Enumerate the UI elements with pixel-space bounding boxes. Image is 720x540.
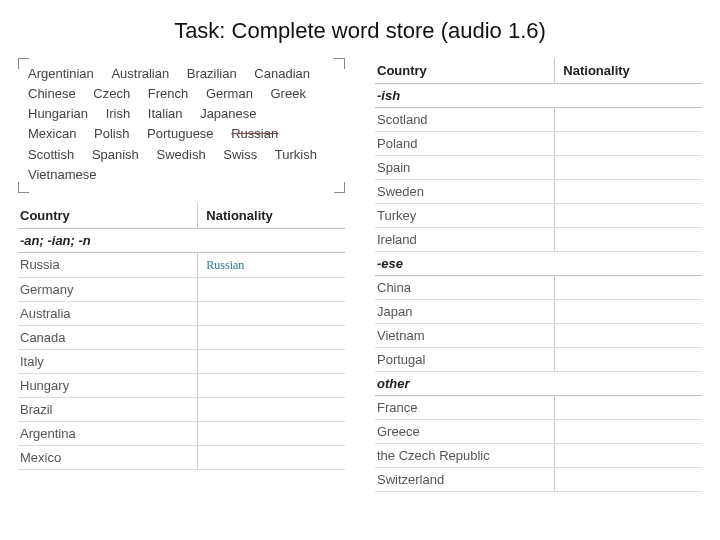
corner-decoration: [18, 58, 29, 69]
corner-decoration: [334, 182, 345, 193]
answer-text: Russian: [206, 258, 244, 272]
nationality-cell[interactable]: [555, 468, 702, 492]
country-cell: Russia: [18, 252, 198, 277]
wordbank-word: Irish: [106, 104, 131, 124]
wordbank-word: Polish: [94, 124, 129, 144]
country-cell: Portugal: [375, 348, 555, 372]
table-row: Scotland: [375, 108, 702, 132]
wordbank-word: Canadian: [254, 64, 310, 84]
table-row: Hungary: [18, 373, 345, 397]
country-cell: Italy: [18, 349, 198, 373]
country-cell: Scotland: [375, 108, 555, 132]
table-row: Canada: [18, 325, 345, 349]
nationality-cell[interactable]: [198, 397, 345, 421]
wordbank-word: Russian: [231, 124, 278, 144]
nationality-cell[interactable]: [198, 325, 345, 349]
columns: Argentinian Australian Brazilian Canadia…: [18, 58, 702, 492]
right-column: Country Nationality -ishScotlandPolandSp…: [375, 58, 702, 492]
group-label: -ese: [375, 252, 702, 276]
country-cell: Germany: [18, 277, 198, 301]
wordbank-word: Australian: [111, 64, 169, 84]
nationality-cell[interactable]: [555, 228, 702, 252]
nationality-cell[interactable]: [555, 132, 702, 156]
nationality-cell[interactable]: [555, 156, 702, 180]
wordbank-word: Argentinian: [28, 64, 94, 84]
nationality-cell[interactable]: Russian: [198, 252, 345, 277]
country-cell: the Czech Republic: [375, 444, 555, 468]
left-column: Argentinian Australian Brazilian Canadia…: [18, 58, 345, 470]
country-cell: Canada: [18, 325, 198, 349]
country-cell: Poland: [375, 132, 555, 156]
group-row: -ish: [375, 84, 702, 108]
table-row: Mexico: [18, 445, 345, 469]
nationality-cell[interactable]: [198, 301, 345, 325]
wordbank-word: Brazilian: [187, 64, 237, 84]
wordbank-word: Vietnamese: [28, 165, 96, 185]
worksheet-page: Task: Complete word store (audio 1.6) Ar…: [0, 0, 720, 540]
group-label: -an; -ian; -n: [18, 228, 345, 252]
nationality-cell[interactable]: [555, 204, 702, 228]
wordbank-word: Greek: [271, 84, 306, 104]
nationality-cell[interactable]: [555, 108, 702, 132]
table-row: France: [375, 396, 702, 420]
wordbank-word: Portuguese: [147, 124, 214, 144]
table-row: Germany: [18, 277, 345, 301]
group-row: -ese: [375, 252, 702, 276]
table-row: Portugal: [375, 348, 702, 372]
table-row: RussiaRussian: [18, 252, 345, 277]
table-row: Poland: [375, 132, 702, 156]
wordbank-word: Italian: [148, 104, 183, 124]
table-row: Spain: [375, 156, 702, 180]
nationality-cell[interactable]: [198, 445, 345, 469]
country-cell: Argentina: [18, 421, 198, 445]
nationality-cell[interactable]: [198, 373, 345, 397]
wordbank-word: German: [206, 84, 253, 104]
wordbank-word: Hungarian: [28, 104, 88, 124]
word-bank: Argentinian Australian Brazilian Canadia…: [18, 58, 345, 193]
wordbank-word: Chinese: [28, 84, 76, 104]
wordbank-word: Turkish: [275, 145, 317, 165]
table-row: Switzerland: [375, 468, 702, 492]
country-cell: Switzerland: [375, 468, 555, 492]
nationality-cell[interactable]: [555, 444, 702, 468]
nationality-cell[interactable]: [555, 396, 702, 420]
wordbank-word: Swedish: [156, 145, 205, 165]
group-row: other: [375, 372, 702, 396]
nationality-cell[interactable]: [198, 349, 345, 373]
nationality-cell[interactable]: [198, 421, 345, 445]
wordbank-word: Spanish: [92, 145, 139, 165]
table-row: Argentina: [18, 421, 345, 445]
nationality-cell[interactable]: [555, 348, 702, 372]
corner-decoration: [334, 58, 345, 69]
country-cell: Brazil: [18, 397, 198, 421]
table-row: Brazil: [18, 397, 345, 421]
group-row: -an; -ian; -n: [18, 228, 345, 252]
country-cell: Vietnam: [375, 324, 555, 348]
country-cell: Turkey: [375, 204, 555, 228]
nationality-cell[interactable]: [555, 276, 702, 300]
table-right: Country Nationality -ishScotlandPolandSp…: [375, 58, 702, 492]
wordbank-word: Scottish: [28, 145, 74, 165]
nationality-cell[interactable]: [555, 324, 702, 348]
header-country: Country: [18, 203, 198, 229]
nationality-cell[interactable]: [555, 180, 702, 204]
nationality-cell[interactable]: [555, 420, 702, 444]
nationality-cell[interactable]: [198, 277, 345, 301]
wordbank-word: Swiss: [223, 145, 257, 165]
country-cell: Australia: [18, 301, 198, 325]
table-row: Australia: [18, 301, 345, 325]
header-nationality: Nationality: [198, 203, 345, 229]
country-cell: Japan: [375, 300, 555, 324]
header-nationality: Nationality: [555, 58, 702, 84]
table-row: Turkey: [375, 204, 702, 228]
nationality-cell[interactable]: [555, 300, 702, 324]
country-cell: Spain: [375, 156, 555, 180]
table-row: Greece: [375, 420, 702, 444]
group-label: other: [375, 372, 702, 396]
wordbank-word: Czech: [93, 84, 130, 104]
wordbank-word: Japanese: [200, 104, 256, 124]
wordbank-word: French: [148, 84, 188, 104]
country-cell: Sweden: [375, 180, 555, 204]
country-cell: Hungary: [18, 373, 198, 397]
country-cell: Ireland: [375, 228, 555, 252]
